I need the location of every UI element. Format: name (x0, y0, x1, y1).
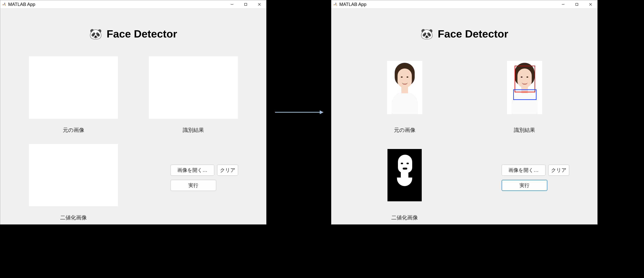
svg-rect-1 (244, 3, 247, 6)
binary-photo (388, 149, 422, 201)
window-controls (556, 0, 597, 8)
minimize-button[interactable] (225, 0, 239, 8)
app-body: 🐼 Face Detector 元の画像 識別結果 (331, 8, 597, 224)
window-title: MATLAB App (339, 2, 556, 7)
open-image-button[interactable]: 画像を開く… (170, 164, 214, 176)
original-image-axes (360, 56, 449, 119)
binary-image-label: 二値化画像 (360, 214, 449, 221)
clear-button[interactable]: クリア (548, 164, 569, 176)
matlab-app-window-before: MATLAB App 🐼 Face Detector 元の画像 識別結果 二値化… (0, 0, 266, 224)
heading-text: Face Detector (106, 28, 177, 40)
original-image-axes (29, 56, 118, 119)
face-detection-box (514, 66, 535, 92)
heading: 🐼 Face Detector (0, 28, 266, 40)
matlab-app-window-after: MATLAB App 🐼 Face Detector 元の画像 (331, 0, 598, 224)
heading-text: Face Detector (438, 28, 508, 40)
open-image-button[interactable]: 画像を開く… (502, 164, 546, 176)
panda-icon: 🐼 (420, 29, 433, 39)
result-photo (507, 61, 542, 114)
run-button[interactable]: 実行 (170, 180, 216, 191)
upperbody-detection-box (513, 90, 536, 100)
transition-arrow (274, 108, 324, 116)
original-image-label: 元の画像 (29, 126, 118, 134)
binary-image-axes (29, 144, 118, 206)
close-button[interactable] (584, 0, 597, 8)
binary-image-label: 二値化画像 (29, 214, 118, 221)
svg-rect-7 (576, 3, 578, 6)
binary-image-axes (360, 144, 449, 206)
result-image-label: 識別結果 (480, 126, 569, 134)
clear-button[interactable]: クリア (217, 164, 238, 176)
result-image-label: 識別結果 (149, 126, 238, 134)
maximize-button[interactable] (570, 0, 584, 8)
app-body: 🐼 Face Detector 元の画像 識別結果 二値化画像 画像を開く… ク… (0, 8, 266, 224)
maximize-button[interactable] (239, 0, 252, 8)
window-controls (225, 0, 266, 8)
original-image-label: 元の画像 (360, 126, 449, 134)
original-photo (387, 61, 422, 114)
window-title: MATLAB App (8, 2, 225, 7)
minimize-button[interactable] (556, 0, 570, 8)
matlab-icon (333, 2, 338, 7)
close-button[interactable] (252, 0, 266, 8)
run-button[interactable]: 実行 (502, 180, 547, 191)
svg-marker-5 (320, 110, 324, 114)
titlebar: MATLAB App (331, 0, 597, 8)
heading: 🐼 Face Detector (331, 28, 597, 40)
matlab-icon (2, 2, 6, 7)
panda-icon: 🐼 (89, 29, 102, 39)
result-image-axes (149, 56, 238, 119)
titlebar: MATLAB App (0, 0, 266, 8)
result-image-axes (480, 56, 569, 119)
